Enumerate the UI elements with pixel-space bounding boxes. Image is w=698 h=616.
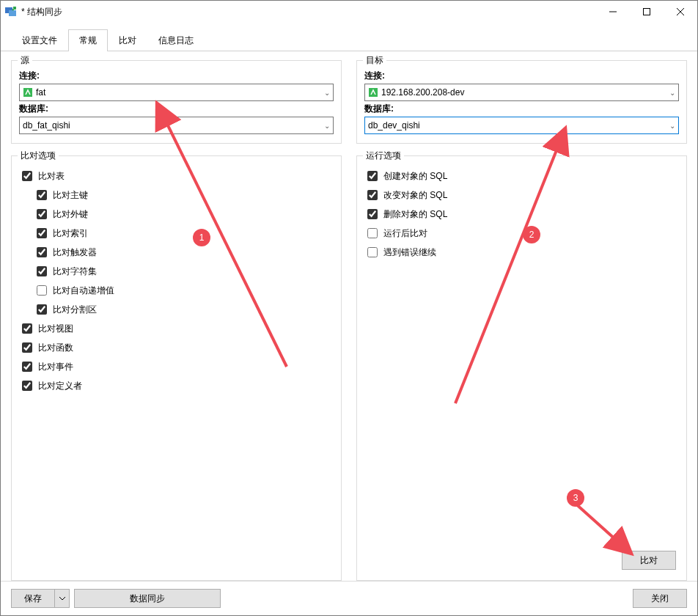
source-fieldset: 源 连接: fat ⌄ 数据库: db_fat_qishi ⌄ (11, 60, 342, 144)
compare-option-checkbox[interactable] (37, 285, 47, 296)
compare-option-row: 比对主键 (22, 186, 331, 205)
compare-option-row: 比对自动递增值 (22, 281, 331, 300)
source-connection-label: 连接: (19, 70, 334, 82)
database-icon (368, 87, 381, 98)
chevron-down-icon: ⌄ (669, 122, 675, 130)
footer: 保存 数据同步 关闭 (1, 581, 697, 615)
svg-rect-1 (9, 10, 16, 16)
compare-option-label: 比对分割区 (53, 304, 97, 316)
compare-option-row: 比对索引 (22, 224, 331, 243)
close-dialog-button[interactable]: 关闭 (633, 589, 687, 608)
compare-option-checkbox[interactable] (37, 190, 47, 200)
compare-option-label: 比对主键 (53, 189, 88, 202)
compare-options-panel: 比对选项 比对表比对主键比对外键比对索引比对触发器比对字符集比对自动递增值比对分… (11, 155, 342, 581)
window: * 结构同步 设置文件 常规 比对 信息日志 源 连接: (0, 0, 698, 616)
source-connection-select[interactable]: fat ⌄ (19, 84, 334, 101)
compare-option-row: 比对视图 (22, 319, 331, 338)
compare-option-row: 比对外键 (22, 205, 331, 224)
run-options-legend: 运行选项 (363, 150, 404, 162)
run-option-row: 删除对象的 SQL (367, 205, 676, 224)
run-option-checkbox[interactable] (367, 190, 378, 200)
compare-option-label: 比对定义者 (38, 380, 82, 392)
run-options-panel: 运行选项 创建对象的 SQL改变对象的 SQL删除对象的 SQL运行后比对遇到错… (356, 155, 687, 581)
content-area: 源 连接: fat ⌄ 数据库: db_fat_qishi ⌄ 目标 连 (1, 51, 697, 581)
target-connection-select[interactable]: 192.168.200.208-dev ⌄ (364, 84, 679, 101)
target-connection-label: 连接: (364, 70, 679, 82)
compare-option-label: 比对字符集 (53, 265, 97, 278)
run-option-checkbox[interactable] (367, 228, 378, 238)
compare-option-checkbox[interactable] (22, 171, 32, 181)
compare-option-label: 比对表 (38, 170, 65, 183)
save-split-button[interactable]: 保存 (11, 589, 70, 608)
compare-option-label: 比对自动递增值 (53, 285, 114, 297)
run-option-label: 创建对象的 SQL (383, 170, 447, 183)
close-button[interactable] (664, 1, 697, 23)
run-option-checkbox[interactable] (367, 209, 378, 219)
run-option-row: 创建对象的 SQL (367, 166, 676, 186)
tab-log[interactable]: 信息日志 (147, 29, 205, 51)
database-icon (23, 87, 36, 98)
source-database-value: db_fat_qishi (23, 120, 70, 131)
run-option-label: 删除对象的 SQL (383, 208, 447, 221)
compare-option-checkbox[interactable] (22, 381, 32, 391)
compare-option-row: 比对函数 (22, 338, 331, 357)
compare-option-row: 比对事件 (22, 357, 331, 376)
compare-option-checkbox[interactable] (37, 247, 47, 257)
run-option-checkbox[interactable] (367, 171, 378, 181)
compare-option-checkbox[interactable] (37, 266, 47, 276)
tab-general[interactable]: 常规 (68, 29, 108, 51)
window-title: * 结构同步 (21, 6, 596, 18)
source-legend: 源 (18, 54, 32, 67)
compare-option-label: 比对触发器 (53, 246, 97, 259)
save-dropdown-button[interactable] (55, 589, 70, 608)
maximize-button[interactable] (630, 1, 664, 23)
compare-option-label: 比对索引 (53, 227, 88, 240)
source-connection-value: fat (36, 87, 45, 98)
save-button[interactable]: 保存 (11, 589, 55, 608)
tab-settings-file[interactable]: 设置文件 (11, 29, 68, 51)
run-option-row: 运行后比对 (367, 224, 676, 243)
run-option-row: 遇到错误继续 (367, 243, 676, 262)
compare-option-row: 比对触发器 (22, 243, 331, 262)
target-connection-value: 192.168.200.208-dev (381, 87, 464, 98)
target-database-select[interactable]: db_dev_qishi ⌄ (364, 117, 679, 134)
target-database-label: 数据库: (364, 103, 679, 115)
chevron-down-icon: ⌄ (669, 89, 675, 97)
compare-option-row: 比对分割区 (22, 300, 331, 319)
source-database-select[interactable]: db_fat_qishi ⌄ (19, 117, 334, 134)
run-option-row: 改变对象的 SQL (367, 186, 676, 205)
titlebar: * 结构同步 (1, 1, 697, 23)
compare-option-label: 比对外键 (53, 208, 88, 221)
compare-option-label: 比对函数 (38, 342, 73, 354)
chevron-down-icon: ⌄ (324, 122, 330, 130)
run-option-label: 改变对象的 SQL (383, 189, 447, 202)
compare-option-checkbox[interactable] (37, 304, 47, 315)
target-database-value: db_dev_qishi (368, 120, 420, 131)
chevron-down-icon: ⌄ (324, 89, 330, 97)
compare-option-checkbox[interactable] (22, 323, 32, 334)
compare-option-label: 比对视图 (38, 323, 73, 335)
compare-button[interactable]: 比对 (622, 551, 676, 570)
compare-option-row: 比对定义者 (22, 376, 331, 395)
compare-option-checkbox[interactable] (37, 228, 47, 238)
run-option-checkbox[interactable] (367, 247, 378, 257)
compare-option-row: 比对表 (22, 166, 331, 186)
compare-option-checkbox[interactable] (22, 362, 32, 372)
compare-option-label: 比对事件 (38, 361, 73, 373)
tab-compare[interactable]: 比对 (108, 29, 147, 51)
source-database-label: 数据库: (19, 103, 334, 115)
target-legend: 目标 (363, 54, 386, 67)
app-icon (5, 6, 17, 18)
run-option-label: 运行后比对 (383, 227, 427, 240)
run-option-label: 遇到错误继续 (383, 246, 436, 259)
target-fieldset: 目标 连接: 192.168.200.208-dev ⌄ 数据库: db_dev… (356, 60, 687, 144)
compare-option-checkbox[interactable] (22, 342, 32, 353)
minimize-button[interactable] (596, 1, 630, 23)
tabbar: 设置文件 常规 比对 信息日志 (1, 23, 697, 51)
data-sync-button[interactable]: 数据同步 (74, 589, 221, 608)
compare-options-legend: 比对选项 (18, 150, 59, 162)
svg-rect-3 (644, 9, 650, 15)
compare-option-row: 比对字符集 (22, 262, 331, 281)
compare-option-checkbox[interactable] (37, 209, 47, 219)
